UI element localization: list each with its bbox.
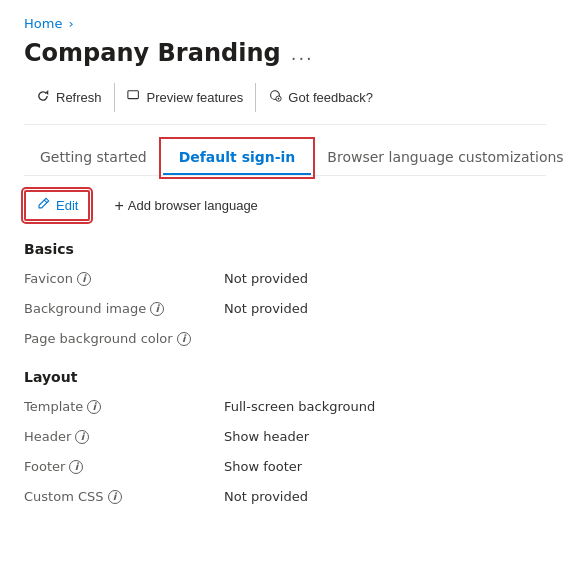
preview-label: Preview features	[147, 90, 244, 105]
feedback-label: Got feedback?	[288, 90, 373, 105]
svg-rect-0	[127, 91, 138, 99]
preview-features-button[interactable]: Preview features	[115, 83, 257, 112]
basics-section: Basics Favicon i Not provided Background…	[24, 241, 546, 351]
tab-default-sign-in[interactable]: Default sign-in	[163, 141, 312, 175]
feedback-icon	[268, 89, 282, 106]
toolbar: Refresh Preview features Got feedback?	[24, 83, 546, 125]
plus-icon: +	[114, 198, 123, 214]
favicon-info-icon[interactable]: i	[77, 272, 91, 286]
custom-css-label: Custom CSS i	[24, 489, 224, 504]
refresh-label: Refresh	[56, 90, 102, 105]
tabs-container: Getting started Default sign-in Browser …	[24, 141, 546, 176]
template-info-icon[interactable]: i	[87, 400, 101, 414]
edit-label: Edit	[56, 198, 78, 213]
basics-title: Basics	[24, 241, 546, 257]
edit-button[interactable]: Edit	[24, 190, 90, 221]
footer-info-icon[interactable]: i	[69, 460, 83, 474]
breadcrumb-home[interactable]: Home	[24, 16, 62, 31]
header-label: Header i	[24, 429, 224, 444]
footer-label: Footer i	[24, 459, 224, 474]
feedback-button[interactable]: Got feedback?	[256, 83, 385, 112]
action-bar: Edit + Add browser language	[24, 190, 546, 221]
template-value: Full-screen background	[224, 399, 375, 414]
page-bg-color-row: Page background color i	[24, 331, 546, 351]
page-title-container: Company Branding ...	[24, 39, 546, 67]
template-label: Template i	[24, 399, 224, 414]
page-bg-color-info-icon[interactable]: i	[177, 332, 191, 346]
background-image-value: Not provided	[224, 301, 308, 316]
page-title: Company Branding	[24, 39, 281, 67]
page-title-more-icon[interactable]: ...	[291, 43, 314, 64]
footer-value: Show footer	[224, 459, 302, 474]
breadcrumb-separator: ›	[68, 16, 73, 31]
header-value: Show header	[224, 429, 309, 444]
add-browser-label: Add browser language	[128, 198, 258, 213]
favicon-value: Not provided	[224, 271, 308, 286]
page-bg-color-label: Page background color i	[24, 331, 224, 346]
refresh-icon	[36, 89, 50, 106]
header-info-icon[interactable]: i	[75, 430, 89, 444]
layout-section: Layout Template i Full-screen background…	[24, 369, 546, 509]
custom-css-value: Not provided	[224, 489, 308, 504]
preview-icon	[127, 89, 141, 106]
breadcrumb: Home ›	[24, 16, 546, 31]
layout-title: Layout	[24, 369, 546, 385]
footer-row: Footer i Show footer	[24, 459, 546, 479]
background-image-label: Background image i	[24, 301, 224, 316]
header-row: Header i Show header	[24, 429, 546, 449]
favicon-row: Favicon i Not provided	[24, 271, 546, 291]
tab-getting-started[interactable]: Getting started	[24, 141, 163, 175]
template-row: Template i Full-screen background	[24, 399, 546, 419]
refresh-button[interactable]: Refresh	[24, 83, 115, 112]
background-image-info-icon[interactable]: i	[150, 302, 164, 316]
add-browser-language-button[interactable]: + Add browser language	[106, 193, 265, 219]
background-image-row: Background image i Not provided	[24, 301, 546, 321]
favicon-label: Favicon i	[24, 271, 224, 286]
custom-css-row: Custom CSS i Not provided	[24, 489, 546, 509]
custom-css-info-icon[interactable]: i	[108, 490, 122, 504]
tab-browser-language[interactable]: Browser language customizations	[311, 141, 570, 175]
edit-icon	[36, 197, 50, 214]
